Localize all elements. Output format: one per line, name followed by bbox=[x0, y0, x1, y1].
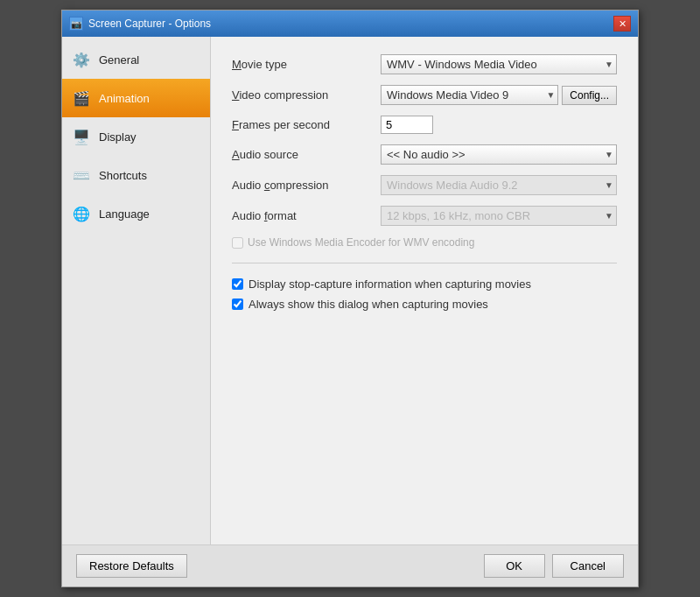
cancel-button[interactable]: Cancel bbox=[552, 554, 624, 578]
audio-source-select[interactable]: << No audio >> bbox=[381, 144, 617, 165]
audio-source-control: << No audio >> ▼ bbox=[381, 144, 617, 165]
close-button[interactable]: ✕ bbox=[613, 16, 631, 32]
divider bbox=[232, 263, 617, 263]
video-compression-select-wrapper: Windows Media Video 9 ▼ bbox=[381, 85, 558, 105]
audio-format-control: 12 kbps, 16 kHz, mono CBR ▼ bbox=[381, 206, 617, 226]
sidebar: ⚙️ General 🎬 Animation 🖥️ Display ⌨️ Sho… bbox=[62, 37, 211, 544]
language-icon: 🌐 bbox=[71, 203, 92, 224]
content-area: Movie type WMV - Windows Media Video ▼ V… bbox=[211, 37, 638, 544]
animation-icon: 🎬 bbox=[71, 88, 92, 109]
sidebar-label-animation: Animation bbox=[99, 92, 150, 105]
sidebar-label-general: General bbox=[99, 53, 139, 67]
display-icon: 🖥️ bbox=[71, 126, 92, 147]
checkbox2-label: Always show this dialog when capturing m… bbox=[248, 298, 488, 311]
audio-format-row: Audio format 12 kbps, 16 kHz, mono CBR ▼ bbox=[232, 206, 617, 226]
restore-defaults-button[interactable]: Restore Defaults bbox=[76, 554, 187, 578]
sidebar-item-general[interactable]: ⚙️ General bbox=[62, 40, 210, 79]
sidebar-label-display: Display bbox=[99, 130, 136, 144]
sidebar-label-language: Language bbox=[99, 207, 150, 221]
audio-compression-control: Windows Media Audio 9.2 ▼ bbox=[381, 175, 617, 195]
wmv-encoder-note: Use Windows Media Encoder for WMV encodi… bbox=[232, 236, 617, 249]
movie-type-select[interactable]: WMV - Windows Media Video bbox=[381, 54, 617, 74]
bottom-bar: Restore Defaults OK Cancel bbox=[62, 544, 638, 586]
audio-compression-label: Audio compression bbox=[232, 179, 381, 192]
sidebar-item-language[interactable]: 🌐 Language bbox=[62, 194, 210, 233]
frames-per-second-label: Frames per second bbox=[232, 118, 381, 131]
sidebar-label-shortcuts: Shortcuts bbox=[99, 169, 147, 182]
video-compression-row: Video compression Windows Media Video 9 … bbox=[232, 85, 617, 105]
video-compression-select[interactable]: Windows Media Video 9 bbox=[381, 85, 558, 105]
title-bar-left: 📷 Screen Capturer - Options bbox=[69, 17, 211, 31]
title-bar: 📷 Screen Capturer - Options ✕ bbox=[62, 11, 638, 37]
audio-compression-select: Windows Media Audio 9.2 bbox=[381, 175, 617, 195]
wmv-encoder-checkbox bbox=[232, 237, 243, 249]
movie-type-control: WMV - Windows Media Video ▼ bbox=[381, 54, 617, 74]
config-button[interactable]: Config... bbox=[562, 86, 617, 105]
audio-compression-row: Audio compression Windows Media Audio 9.… bbox=[232, 175, 617, 195]
shortcuts-icon: ⌨️ bbox=[71, 165, 92, 186]
sidebar-item-display[interactable]: 🖥️ Display bbox=[62, 117, 210, 156]
general-icon: ⚙️ bbox=[71, 49, 92, 70]
frames-per-second-row: Frames per second bbox=[232, 116, 617, 134]
frames-per-second-control bbox=[381, 116, 617, 134]
sidebar-item-animation[interactable]: 🎬 Animation bbox=[62, 79, 210, 117]
checkbox2-row: Always show this dialog when capturing m… bbox=[232, 298, 617, 311]
ok-button[interactable]: OK bbox=[484, 554, 545, 578]
video-compression-control: Windows Media Video 9 ▼ Config... bbox=[381, 85, 617, 105]
movie-type-label: Movie type bbox=[232, 58, 381, 71]
checkbox1-row: Display stop-capture information when ca… bbox=[232, 277, 617, 291]
movie-type-row: Movie type WMV - Windows Media Video ▼ bbox=[232, 54, 617, 74]
dialog-window: 📷 Screen Capturer - Options ✕ ⚙️ General… bbox=[61, 10, 639, 587]
wmv-encoder-label: Use Windows Media Encoder for WMV encodi… bbox=[248, 236, 474, 249]
window-title: Screen Capturer - Options bbox=[88, 18, 211, 30]
always-show-dialog-checkbox[interactable] bbox=[232, 298, 243, 310]
main-content: ⚙️ General 🎬 Animation 🖥️ Display ⌨️ Sho… bbox=[62, 37, 638, 544]
app-icon: 📷 bbox=[69, 17, 83, 31]
sidebar-item-shortcuts[interactable]: ⌨️ Shortcuts bbox=[62, 156, 210, 194]
audio-source-row: Audio source << No audio >> ▼ bbox=[232, 144, 617, 165]
dialog-buttons: OK Cancel bbox=[484, 554, 624, 578]
video-compression-label: Video compression bbox=[232, 88, 381, 102]
audio-source-label: Audio source bbox=[232, 148, 381, 161]
display-stop-capture-checkbox[interactable] bbox=[232, 278, 243, 290]
checkbox1-label: Display stop-capture information when ca… bbox=[248, 277, 531, 291]
frames-per-second-input[interactable] bbox=[381, 116, 433, 134]
audio-format-label: Audio format bbox=[232, 209, 381, 222]
audio-format-select: 12 kbps, 16 kHz, mono CBR bbox=[381, 206, 617, 226]
